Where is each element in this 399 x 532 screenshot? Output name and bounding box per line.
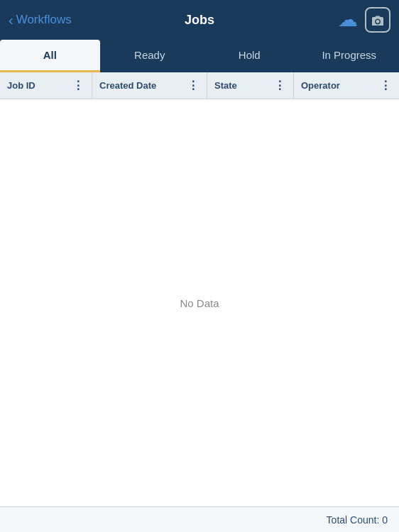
tab-in-progress[interactable]: In Progress [300, 40, 400, 72]
no-data-message: No Data [180, 297, 219, 309]
header-actions: ☁ [338, 7, 390, 33]
col-state-menu[interactable]: ⋮ [274, 79, 286, 92]
header: ‹ Workflows Jobs ☁ [0, 0, 399, 40]
footer: Total Count: 0 [0, 506, 399, 532]
camera-button[interactable] [365, 7, 390, 33]
page-title: Jobs [185, 13, 214, 28]
svg-point-0 [376, 20, 380, 23]
back-chevron-icon: ‹ [9, 13, 13, 27]
col-header-created-date: Created Date ⋮ [92, 72, 207, 99]
tab-ready[interactable]: Ready [100, 40, 200, 72]
col-header-state: State ⋮ [207, 72, 294, 99]
camera-icon [371, 14, 385, 26]
back-label: Workflows [16, 13, 72, 27]
cloud-icon[interactable]: ☁ [338, 10, 358, 30]
col-job-id-menu[interactable]: ⋮ [72, 79, 84, 92]
table-body: No Data [0, 99, 399, 506]
table-header: Job ID ⋮ Created Date ⋮ State ⋮ Operator… [0, 72, 399, 99]
back-button[interactable]: ‹ Workflows [9, 13, 72, 27]
tabs-bar: All Ready Hold In Progress [0, 40, 399, 72]
col-operator-menu[interactable]: ⋮ [380, 79, 392, 92]
total-count: Total Count: 0 [327, 514, 388, 526]
col-header-job-id: Job ID ⋮ [0, 72, 92, 99]
tab-hold[interactable]: Hold [200, 40, 300, 72]
col-header-operator: Operator ⋮ [294, 72, 399, 99]
app-container: ‹ Workflows Jobs ☁ All Ready Hold In Pro… [0, 0, 399, 532]
col-created-date-menu[interactable]: ⋮ [187, 79, 200, 92]
main-content: Job ID ⋮ Created Date ⋮ State ⋮ Operator… [0, 72, 399, 506]
tab-all[interactable]: All [0, 40, 100, 72]
